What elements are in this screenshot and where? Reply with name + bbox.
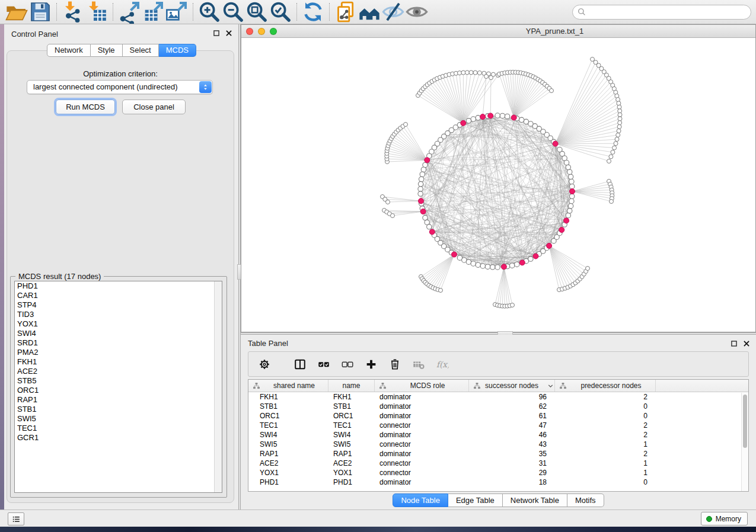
delete-row-icon	[388, 358, 401, 371]
refresh-button[interactable]	[301, 2, 325, 22]
mcds-result-item[interactable]: GCR1	[15, 433, 222, 443]
deselect-all-rows-button[interactable]	[337, 354, 358, 374]
export-network-button[interactable]	[117, 2, 141, 22]
window-minimize-traffic-light[interactable]	[258, 28, 265, 35]
mcds-tab-content: Optimization criterion: largest connecte…	[7, 50, 234, 503]
table-row[interactable]: ORC1ORC1dominator610	[248, 411, 748, 421]
mcds-result-item[interactable]: ORC1	[15, 386, 222, 395]
mcds-list-scrollbar[interactable]	[214, 281, 222, 492]
function-builder-button[interactable]: f(x)	[432, 354, 452, 374]
mcds-result-item[interactable]: CAR1	[15, 291, 222, 300]
mcds-result-item[interactable]: STP4	[15, 300, 222, 310]
show-all-button[interactable]	[405, 2, 429, 22]
memory-button[interactable]: Memory	[701, 512, 748, 525]
optimization-criterion-label: Optimization criterion:	[7, 69, 234, 78]
hide-selected-button[interactable]	[381, 2, 405, 22]
cell-name: STB1	[328, 402, 375, 411]
toolbar-separator	[329, 3, 330, 21]
show-columns-button[interactable]	[290, 354, 310, 374]
column-header-name[interactable]: name	[328, 380, 375, 392]
zoom-selected-icon	[269, 0, 292, 24]
table-row[interactable]: SWI5SWI5connector431	[248, 440, 748, 449]
table-row[interactable]: SWI4SWI4dominator462	[248, 430, 748, 440]
cell-predecessor-nodes: 2	[555, 392, 656, 402]
table-scrollbar[interactable]	[741, 393, 748, 491]
cell-MCDS-role: connector	[375, 468, 469, 477]
import-table-button[interactable]	[85, 2, 109, 22]
column-header-shared-name[interactable]: shared name	[248, 380, 328, 392]
tab-network[interactable]: Network	[47, 44, 91, 57]
tab-node-table[interactable]: Node Table	[393, 493, 448, 507]
column-header-predecessor-nodes[interactable]: predecessor nodes	[555, 380, 656, 392]
mcds-result-item[interactable]: SWI5	[15, 414, 222, 424]
cell-name: RAP1	[328, 449, 375, 459]
mcds-result-item[interactable]: TID3	[15, 310, 222, 319]
tab-mcds[interactable]: MCDS	[159, 44, 196, 57]
mcds-result-item[interactable]: ACE2	[15, 367, 222, 376]
new-network-from-selection-button[interactable]	[334, 2, 358, 22]
table-body: FKH1FKH1dominator962STB1STB1dominator620…	[248, 392, 748, 487]
select-all-rows-button[interactable]	[314, 354, 334, 374]
tab-style[interactable]: Style	[91, 44, 123, 57]
mcds-result-item[interactable]: STB5	[15, 376, 222, 386]
tab-motifs[interactable]: Motifs	[567, 493, 604, 507]
export-image-button[interactable]	[165, 2, 189, 22]
column-header-successor-nodes[interactable]: successor nodes	[469, 380, 555, 392]
tab-edge-table[interactable]: Edge Table	[448, 493, 503, 507]
table-row[interactable]: PHD1PHD1dominator180	[248, 477, 748, 487]
close-table-panel-icon[interactable]	[742, 339, 751, 348]
tab-network-table[interactable]: Network Table	[503, 493, 567, 507]
task-history-button[interactable]	[8, 512, 24, 525]
mcds-result-item[interactable]: SRD1	[15, 338, 222, 348]
mcds-result-item[interactable]: PHD1	[15, 281, 222, 291]
float-panel-icon[interactable]	[212, 29, 221, 37]
cell-successor-nodes: 31	[469, 459, 555, 468]
table-row[interactable]: ACE2ACE2connector311	[248, 459, 748, 468]
mcds-result-item[interactable]: FKH1	[15, 357, 222, 367]
table-scrollbar-thumb[interactable]	[743, 395, 747, 448]
cell-shared-name: FKH1	[248, 392, 328, 402]
table-row[interactable]: STB1STB1dominator620	[248, 402, 748, 411]
zoom-in-button[interactable]	[197, 2, 221, 22]
save-session-button[interactable]	[28, 2, 52, 22]
window-close-traffic-light[interactable]	[246, 28, 253, 35]
open-session-button[interactable]	[5, 2, 28, 22]
table-row[interactable]: YOX1YOX1connector291	[248, 468, 748, 477]
tab-select[interactable]: Select	[123, 44, 159, 57]
zoom-selected-button[interactable]	[269, 2, 292, 22]
table-options-gear-button[interactable]	[254, 354, 275, 374]
add-row-button[interactable]	[361, 354, 381, 374]
mcds-result-item[interactable]: SWI4	[15, 329, 222, 338]
first-neighbors-button[interactable]	[358, 2, 381, 22]
run-mcds-button[interactable]: Run MCDS	[56, 100, 115, 114]
delete-row-button[interactable]	[385, 354, 405, 374]
column-header-MCDS-role[interactable]: MCDS role	[375, 380, 469, 392]
mcds-result-item[interactable]: STB1	[15, 405, 222, 414]
cell-name: SWI4	[328, 430, 375, 440]
mcds-result-item[interactable]: TEC1	[15, 424, 222, 433]
mcds-result-list[interactable]: PHD1CAR1STP4TID3YOX1SWI4SRD1PMA2FKH1ACE2…	[14, 281, 222, 493]
table-row[interactable]: RAP1RAP1dominator352	[248, 449, 748, 459]
cell-predecessor-nodes: 0	[555, 411, 656, 421]
zoom-fit-button[interactable]	[245, 2, 269, 22]
float-table-panel-icon[interactable]	[730, 339, 738, 348]
table-row[interactable]: TEC1TEC1connector472	[248, 421, 748, 430]
zoom-out-button[interactable]	[221, 2, 245, 22]
table-row[interactable]: FKH1FKH1dominator962	[248, 392, 748, 402]
criterion-dropdown-value: largest connected component (undirected)	[33, 82, 178, 91]
cell-predecessor-nodes: 0	[555, 402, 656, 411]
mcds-result-item[interactable]: PMA2	[15, 348, 222, 357]
criterion-dropdown[interactable]: largest connected component (undirected)	[27, 80, 213, 94]
close-panel-icon[interactable]	[225, 29, 233, 37]
mcds-result-item[interactable]: RAP1	[15, 395, 222, 405]
search-input[interactable]	[572, 5, 751, 20]
import-network-button[interactable]	[61, 2, 85, 22]
mcds-result-item[interactable]: YOX1	[15, 319, 222, 329]
delete-table-button[interactable]	[409, 354, 429, 374]
network-canvas[interactable]	[241, 38, 755, 332]
network-graph[interactable]	[241, 38, 755, 332]
window-zoom-traffic-light[interactable]	[270, 28, 277, 35]
cell-MCDS-role: dominator	[375, 392, 469, 402]
export-table-button[interactable]	[141, 2, 165, 22]
close-panel-button[interactable]: Close panel	[122, 100, 186, 114]
